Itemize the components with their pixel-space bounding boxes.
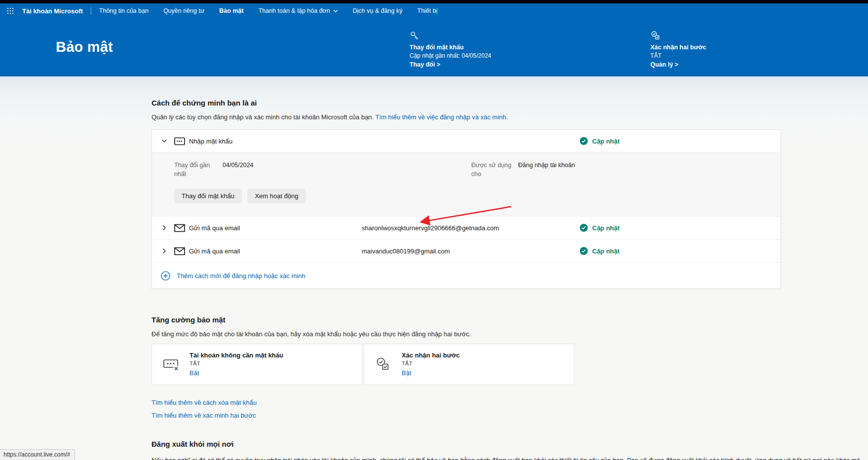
view-activity-button[interactable]: Xem hoạt động [247, 189, 305, 203]
key-icon [410, 31, 420, 41]
nav-item-devices[interactable]: Thiết bị [417, 7, 438, 14]
passwordless-account-icon [163, 356, 180, 372]
hero-card-title: Thay đổi mật khẩu [410, 44, 558, 51]
tile-title: Tài khoản không cần mật khẩu [189, 352, 283, 359]
tile-title: Xác nhận hai bước [402, 352, 460, 359]
security-hero-banner: Bảo mật Thay đổi mật khẩu Cập nhật gần n… [0, 18, 868, 76]
two-step-verification-icon [375, 356, 392, 372]
check-circle-icon [580, 137, 588, 145]
signout-section: Đăng xuất khỏi mọi nơi Nếu bạn nghĩ ai đ… [151, 440, 868, 460]
method-label: Nhập mật khẩu [189, 138, 362, 145]
chevron-down-icon[interactable] [161, 138, 168, 144]
learn-two-step-link[interactable]: Tìm hiểu thêm về xác minh hai bước [151, 412, 868, 419]
nav-item-your-info[interactable]: Thông tin của bạn [99, 7, 149, 14]
page-title: Bảo mật [56, 39, 113, 55]
hero-card-change-password: Thay đổi mật khẩu Cập nhật gần nhất: 04/… [410, 31, 558, 69]
chevron-down-icon [333, 9, 338, 13]
check-circle-icon [580, 247, 588, 255]
plus-circle-icon [161, 271, 170, 281]
signout-section-title: Đăng xuất khỏi mọi nơi [151, 440, 868, 448]
password-icon [174, 137, 185, 145]
nav-item-payment[interactable]: Thanh toán & lập hóa đơn [259, 7, 338, 14]
top-navbar: Tài khoản Microsoft Thông tin của bạn Qu… [0, 3, 868, 18]
email-method-row[interactable]: Gửi mã qua email sharonlwosxqkturnervgll… [152, 216, 781, 240]
two-step-tile: Xác nhận hai bước TẮT Bật [364, 344, 574, 385]
hero-card-two-step: Xác nhận hai bước TẮT Quản lý > [650, 31, 798, 69]
two-step-verification-icon [650, 31, 661, 41]
mail-icon [174, 247, 185, 255]
detail-label-used-for: Được sử dụng cho [471, 161, 518, 178]
status-badge: Cập nhật [580, 247, 620, 255]
hero-card-state: TẮT [650, 52, 798, 59]
status-text: Cập nhật [592, 248, 620, 255]
learn-more-signin-link[interactable]: Tìm hiểu thêm về việc đăng nhập và xác m… [376, 113, 508, 121]
add-signin-method-label: Thêm cách mới để đăng nhập hoặc xác minh [177, 272, 305, 280]
detail-value-last-changed: 04/05/2024 [223, 161, 471, 178]
boost-security-section: Tăng cường bảo mật Để tăng mức độ bảo mậ… [151, 316, 868, 419]
add-signin-method-row[interactable]: Thêm cách mới để đăng nhập hoặc xác minh [152, 263, 781, 288]
password-detail-panel: Thay đổi gần nhất 04/05/2024 Được sử dụn… [152, 153, 781, 216]
manage-two-step-link[interactable]: Quản lý > [650, 61, 679, 68]
nav-item-security[interactable]: Bảo mật [219, 7, 243, 14]
nav-divider [91, 7, 91, 15]
status-text: Cập nhật [592, 138, 620, 145]
email-method-row[interactable]: Gửi mã qua email maivanduc080199@gmail.c… [152, 240, 781, 263]
turn-on-passwordless-link[interactable]: Bật [189, 369, 199, 377]
passwordless-tile: Tài khoản không cần mật khẩu TẮT Bật [151, 344, 362, 385]
identity-section-title: Cách để chứng minh bạn là ai [151, 99, 868, 107]
tile-state: TẮT [402, 360, 460, 366]
method-email-value: maivanduc080199@gmail.com [362, 248, 580, 255]
status-badge: Cập nhật [580, 224, 620, 232]
hero-card-subtitle: Cập nhật gần nhất: 04/05/2024 [410, 52, 558, 59]
detail-value-used-for: Đăng nhập tài khoản [518, 161, 575, 178]
change-password-link[interactable]: Thay đổi > [410, 61, 440, 68]
window-top-strip [0, 0, 868, 3]
hero-card-title: Xác nhận hai bước [650, 44, 798, 51]
status-badge: Cập nhật [580, 137, 620, 145]
tile-state: TẮT [189, 360, 283, 366]
chevron-right-icon[interactable] [161, 248, 168, 254]
browser-status-url: https://account.live.com/# [0, 449, 75, 460]
turn-on-two-step-link[interactable]: Bật [402, 369, 412, 377]
method-email-value: sharonlwosxqkturnervgll2906666@getnada.c… [362, 224, 580, 232]
learn-remove-password-link[interactable]: Tìm hiểu thêm về cách xóa mật khẩu [151, 399, 868, 406]
main-content: Cách để chứng minh bạn là ai Quản lý các… [0, 76, 868, 460]
app-launcher-waffle-icon[interactable] [3, 3, 18, 18]
check-circle-icon [580, 224, 588, 232]
change-password-button[interactable]: Thay đổi mật khẩu [174, 189, 242, 203]
boost-section-subtitle: Để tăng mức độ bảo mật cho tài khoản của… [151, 330, 868, 338]
method-label: Gửi mã qua email [189, 248, 362, 255]
detail-label-last-changed: Thay đổi gần nhất [174, 161, 223, 178]
signin-methods-card: Nhập mật khẩu Cập nhật Thay đổi gần nhất… [151, 129, 781, 289]
nav-item-services[interactable]: Dịch vụ & đăng ký [353, 7, 403, 14]
chevron-right-icon[interactable] [161, 224, 168, 231]
boost-section-title: Tăng cường bảo mật [151, 316, 868, 324]
signout-section-body: Nếu bạn nghĩ ai đó có thể có quyền truy … [151, 456, 865, 460]
password-method-row[interactable]: Nhập mật khẩu Cập nhật [152, 130, 781, 153]
identity-section-subtitle: Quản lý các tùy chọn đăng nhập và xác mi… [151, 113, 868, 121]
nav-item-privacy[interactable]: Quyền riêng tư [163, 7, 204, 14]
status-text: Cập nhật [592, 224, 620, 232]
method-label: Gửi mã qua email [189, 224, 362, 232]
nav-brand[interactable]: Tài khoản Microsoft [22, 7, 83, 15]
mail-icon [174, 224, 185, 232]
